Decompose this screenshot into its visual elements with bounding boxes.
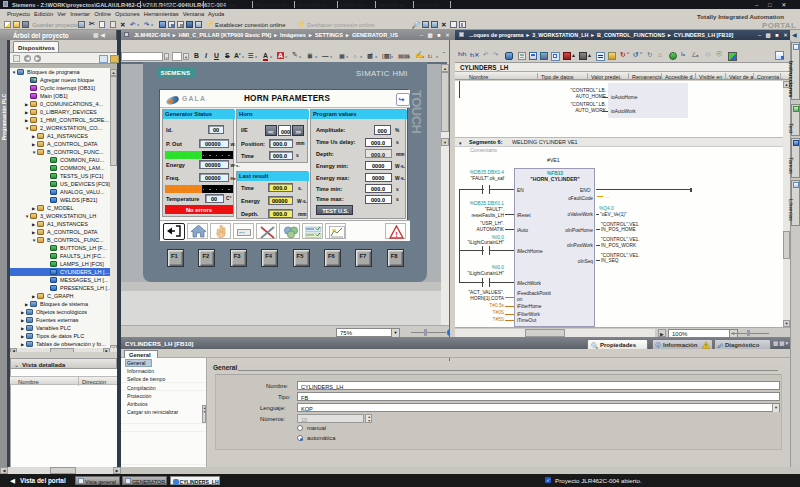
- svg-text:!: !: [395, 230, 398, 239]
